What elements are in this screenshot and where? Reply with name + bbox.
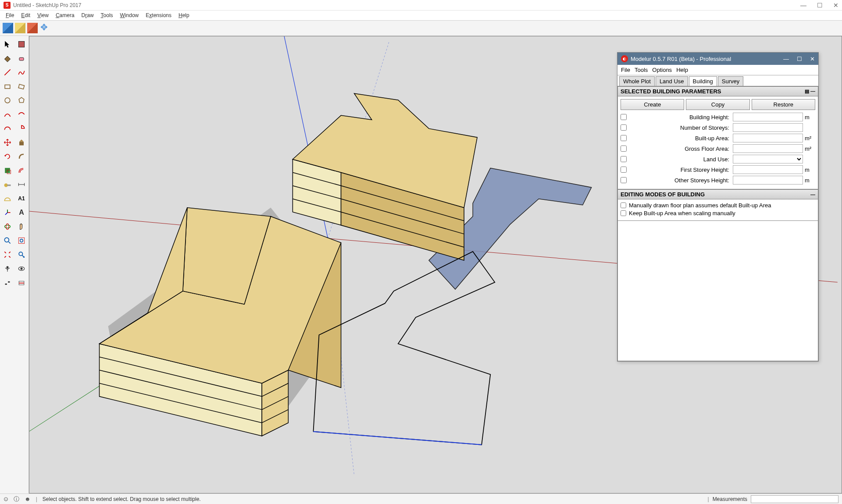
- modelur-maximize[interactable]: ☐: [797, 56, 802, 62]
- first-storey-check[interactable]: [621, 167, 627, 173]
- editing-modes-header[interactable]: EDITING MODES OF BUILDING —: [617, 189, 818, 199]
- builtup-input[interactable]: [733, 134, 803, 142]
- create-button[interactable]: Create: [621, 99, 684, 110]
- orbit-tool[interactable]: [1, 220, 14, 233]
- svg-rect-1: [19, 57, 24, 60]
- selected-building-header[interactable]: SELECTED BUILDING PARAMETERS ▤ —: [617, 86, 818, 96]
- gross-floor-input[interactable]: [733, 144, 803, 153]
- menu-camera[interactable]: Camera: [53, 11, 78, 19]
- maximize-button[interactable]: ☐: [817, 2, 823, 9]
- collapse-icon-2[interactable]: —: [810, 192, 815, 197]
- modelur-tabs: Whole Plot Land Use Building Survey: [617, 75, 818, 86]
- other-storeys-check[interactable]: [621, 177, 627, 183]
- first-storey-input[interactable]: [733, 165, 803, 174]
- layers-cube-icon[interactable]: [15, 23, 25, 33]
- menu-tools[interactable]: Tools: [98, 11, 116, 19]
- rotate-tool[interactable]: [1, 150, 14, 163]
- tab-land-use[interactable]: Land Use: [656, 76, 688, 86]
- pie-tool[interactable]: [15, 122, 28, 135]
- zoom-tool[interactable]: [1, 234, 14, 247]
- other-storeys-input[interactable]: [733, 176, 803, 185]
- section-plane-tool[interactable]: [15, 276, 28, 289]
- builtup-check[interactable]: [621, 135, 627, 141]
- user-icon[interactable]: ☻: [25, 496, 31, 502]
- credits-icon[interactable]: ⓘ: [14, 495, 19, 503]
- move-arrows-icon[interactable]: [39, 23, 50, 33]
- position-camera-tool[interactable]: [1, 262, 14, 275]
- tape-tool[interactable]: [1, 178, 14, 191]
- modelur-minimize[interactable]: —: [783, 56, 789, 62]
- follow-me-tool[interactable]: [15, 150, 28, 163]
- tab-survey[interactable]: Survey: [718, 76, 743, 86]
- make-component-tool[interactable]: [15, 38, 28, 51]
- rectangle-tool[interactable]: [1, 80, 14, 93]
- menu-view[interactable]: View: [34, 11, 52, 19]
- protractor-tool[interactable]: [1, 192, 14, 205]
- styles-cube-icon[interactable]: [27, 23, 38, 33]
- num-storeys-input[interactable]: [733, 123, 803, 132]
- building-height-check[interactable]: [621, 114, 627, 120]
- previous-view-tool[interactable]: [15, 248, 28, 261]
- modelur-menu-tools[interactable]: Tools: [635, 67, 648, 73]
- num-storeys-check[interactable]: [621, 124, 627, 131]
- keep-builtup-check[interactable]: [621, 210, 626, 216]
- 3pt-arc-tool[interactable]: [1, 122, 14, 135]
- move-tool[interactable]: [1, 136, 14, 149]
- line-tool[interactable]: [1, 66, 14, 79]
- gross-floor-check[interactable]: [621, 146, 627, 152]
- copy-button[interactable]: Copy: [686, 99, 749, 110]
- tab-building[interactable]: Building: [689, 76, 717, 86]
- modelur-menu-options[interactable]: Options: [652, 67, 672, 73]
- zoom-extents-tool[interactable]: [1, 248, 14, 261]
- modelur-menu-file[interactable]: File: [621, 67, 630, 73]
- look-around-tool[interactable]: [15, 262, 28, 275]
- select-tool[interactable]: [1, 38, 14, 51]
- window-controls: — ☐ ✕: [800, 2, 838, 9]
- model-cube-icon[interactable]: [3, 23, 13, 33]
- paint-bucket-tool[interactable]: [1, 52, 14, 65]
- axes-tool[interactable]: [1, 206, 14, 219]
- menu-window[interactable]: Window: [117, 11, 142, 19]
- menu-extensions[interactable]: Extensions: [143, 11, 175, 19]
- freehand-tool[interactable]: [15, 66, 28, 79]
- close-button[interactable]: ✕: [833, 2, 838, 9]
- restore-button[interactable]: Restore: [752, 99, 815, 110]
- circle-tool[interactable]: [1, 94, 14, 107]
- 3dtext-tool[interactable]: A: [15, 206, 28, 219]
- menu-draw[interactable]: Draw: [78, 11, 97, 19]
- minimize-button[interactable]: —: [800, 2, 806, 9]
- svg-line-2: [4, 69, 10, 75]
- geolocate-icon[interactable]: ⊙: [4, 496, 8, 502]
- measurements-input[interactable]: [751, 495, 838, 503]
- building-height-input[interactable]: [733, 113, 803, 121]
- editing-modes-body: Manually drawn floor plan assumes defaul…: [617, 199, 818, 221]
- menu-edit[interactable]: Edit: [18, 11, 33, 19]
- land-use-check[interactable]: [621, 156, 627, 162]
- zoom-window-tool[interactable]: [15, 234, 28, 247]
- offset-tool[interactable]: [15, 164, 28, 177]
- text-tool[interactable]: A1: [15, 192, 28, 205]
- manual-floorplan-check[interactable]: [621, 202, 626, 208]
- modelur-close[interactable]: ✕: [810, 56, 815, 62]
- dimension-tool[interactable]: [15, 178, 28, 191]
- push-pull-tool[interactable]: [15, 136, 28, 149]
- modelur-titlebar[interactable]: ◐ Modelur 0.5.7 R01 (Beta) - Professiona…: [617, 53, 818, 65]
- collapse-icon[interactable]: ▤ —: [805, 89, 815, 94]
- rotated-rectangle-tool[interactable]: [15, 80, 28, 93]
- arc-tool[interactable]: [1, 108, 14, 121]
- toolbox-left: A1 A: [0, 36, 29, 493]
- menu-help[interactable]: Help: [175, 11, 193, 19]
- eraser-tool[interactable]: [15, 52, 28, 65]
- polygon-tool[interactable]: [15, 94, 28, 107]
- scale-tool[interactable]: [1, 164, 14, 177]
- tab-whole-plot[interactable]: Whole Plot: [619, 76, 655, 86]
- viewport-3d[interactable]: ◐ Modelur 0.5.7 R01 (Beta) - Professiona…: [29, 36, 842, 493]
- modelur-menu: File Tools Options Help: [617, 65, 818, 75]
- land-use-select[interactable]: [733, 155, 803, 163]
- menu-file[interactable]: File: [3, 11, 17, 19]
- svg-point-32: [8, 281, 10, 283]
- modelur-menu-help[interactable]: Help: [676, 67, 688, 73]
- pan-tool[interactable]: [15, 220, 28, 233]
- 2pt-arc-tool[interactable]: [15, 108, 28, 121]
- walk-tool[interactable]: [1, 276, 14, 289]
